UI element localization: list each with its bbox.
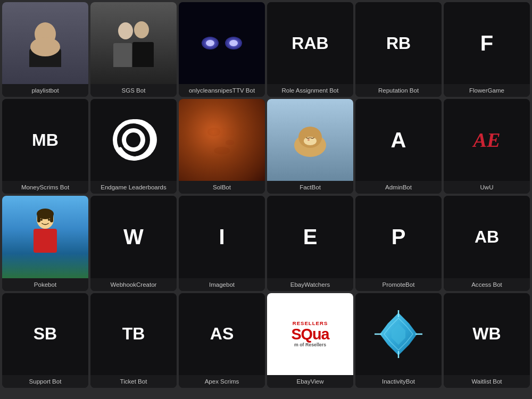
bot-name: UwU [444,181,530,194]
bot-name: Endgame Leaderboards [90,181,177,194]
bot-name: Role Assignment Bot [267,84,353,97]
svg-rect-6 [132,42,154,67]
list-item[interactable]: Endgame Leaderboards [90,99,177,194]
bot-name: EbayView [267,375,353,388]
list-item[interactable]: playlistbot [2,2,88,97]
bot-name: FactBot [267,181,353,194]
bot-name: MoneyScrims Bot [2,181,88,194]
list-item[interactable]: FactBot [267,99,353,194]
svg-rect-24 [36,231,55,250]
bot-name: Waitlist Bot [444,375,530,388]
svg-rect-4 [113,43,132,67]
bot-name: Reputation Bot [355,84,442,97]
svg-point-28 [40,219,43,221]
bot-name: SolBot [179,181,265,194]
bot-name: EbayWatchers [267,278,353,291]
bot-grid: playlistbot SGS Bot [0,0,532,390]
list-item[interactable]: A AdminBot [355,99,442,194]
bot-name: Support Bot [2,375,88,388]
svg-point-2 [30,37,60,56]
bot-name: SGS Bot [90,84,177,97]
bot-name: Ticket Bot [90,375,177,388]
svg-point-29 [48,219,50,221]
access-bot-card[interactable]: AB Access Bot [444,196,530,290]
bot-name: InactivityBot [355,375,442,388]
bot-name: playlistbot [2,84,88,97]
list-item[interactable]: SGS Bot [90,2,177,97]
svg-rect-27 [50,212,53,222]
svg-point-14 [226,140,234,145]
svg-point-3 [118,22,133,39]
svg-point-15 [214,147,230,154]
bot-name: Pokebot [2,278,88,291]
svg-point-5 [134,21,149,38]
list-item[interactable]: SB Support Bot [2,293,88,388]
bot-name: onlycleansnipesTTV Bot [179,84,265,97]
list-item[interactable]: WB Waitlist Bot [444,293,530,388]
svg-point-10 [229,40,238,46]
list-item[interactable]: E EbayWatchers [267,196,353,290]
list-item[interactable]: RB Reputation Bot [355,2,442,97]
bot-name: WebhookCreator [90,278,177,291]
list-item[interactable]: onlycleansnipesTTV Bot [179,2,265,97]
list-item[interactable]: RAB Role Assignment Bot [267,2,353,97]
list-item[interactable]: I Imagebot [179,196,265,290]
svg-point-9 [206,40,214,46]
svg-point-13 [207,128,220,136]
list-item[interactable]: F FlowerGame [444,2,530,97]
svg-rect-26 [37,212,40,222]
list-item[interactable]: Pokebot [2,196,88,290]
svg-point-11 [115,121,152,159]
list-item[interactable]: P PromoteBot [355,196,442,290]
list-item[interactable]: SolBot [179,99,265,194]
list-item[interactable]: InactivityBot [355,293,442,388]
list-item[interactable]: TB Ticket Bot [90,293,177,388]
list-item[interactable]: MB MoneyScrims Bot [2,99,88,194]
bot-name: FlowerGame [444,84,530,97]
svg-point-21 [307,139,310,141]
bot-name: Access Bot [444,278,530,291]
bot-name: Apex Scrims [179,375,265,388]
svg-point-20 [304,137,317,145]
bot-name: Imagebot [179,278,265,291]
list-item[interactable]: AE UwU [444,99,530,194]
list-item[interactable]: RESELLERS SQua m of Resellers EbayView [267,293,353,388]
bot-name: AdminBot [355,181,442,194]
list-item[interactable]: AS Apex Scrims [179,293,265,388]
list-item[interactable]: W WebhookCreator [90,196,177,290]
bot-name: PromoteBot [355,278,442,291]
